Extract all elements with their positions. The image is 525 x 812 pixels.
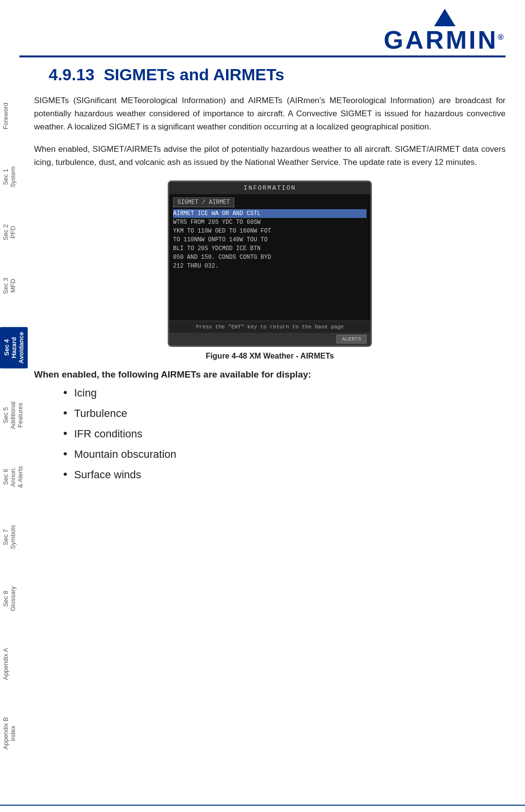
figure-container: INFORMATION SIGMET / AIRMET AIRMET ICE W… xyxy=(34,180,506,361)
sidebar: Foreword Sec 1System Sec 2PFD Sec 3MFD S… xyxy=(0,94,29,812)
figure-caption: Figure 4-48 XM Weather - AIRMETs xyxy=(206,352,334,361)
top-rule xyxy=(19,55,506,57)
sidebar-item-appendixa[interactable]: Appendix A xyxy=(0,644,11,684)
list-item-mountain: Mountain obscuration xyxy=(63,447,506,461)
screen-line-6: 050 AND 150. CONDS CONTG BYD xyxy=(173,253,367,262)
list-item-ifr: IFR conditions xyxy=(63,427,506,440)
screen-line-2: WTRS FROM 20S YDC TO 60SW xyxy=(173,218,367,227)
sidebar-item-sec4[interactable]: Sec 4HazardAvoidance xyxy=(0,327,28,368)
garmin-wordmark: GARMIN® xyxy=(384,27,506,53)
garmin-triangle-icon xyxy=(434,9,455,26)
paragraph-2: When enabled, SIGMET/AIRMETs advise the … xyxy=(34,143,506,169)
sidebar-item-sec6[interactable]: Sec 6Annun.& Alerts xyxy=(0,462,26,492)
main-body: SIGMETs (SIGnificant METeorological Info… xyxy=(29,94,525,812)
alerts-button[interactable]: ALERTS xyxy=(336,335,367,343)
screen-body: SIGMET / AIRMET AIRMET ICE WA OR AND CST… xyxy=(169,194,370,321)
screen-line-4: TO 110NNW ONPTO 140W TOU TO xyxy=(173,235,367,244)
device-screen: INFORMATION SIGMET / AIRMET AIRMET ICE W… xyxy=(168,180,372,347)
garmin-logo: GARMIN® xyxy=(384,9,506,53)
list-item-icing: Icing xyxy=(63,386,506,399)
sidebar-item-sec3[interactable]: Sec 3MFD xyxy=(0,274,18,298)
screen-footer-text: Press the "ENT" key to return to the bas… xyxy=(169,321,370,333)
screen-line-1: AIRMET ICE WA OR AND CSTL xyxy=(173,209,367,218)
paragraph-1: SIGMETs (SIGnificant METeorological Info… xyxy=(34,94,506,134)
sidebar-item-foreword[interactable]: Foreword xyxy=(0,99,11,133)
screen-lines: AIRMET ICE WA OR AND CSTL WTRS FROM 20S … xyxy=(173,209,367,271)
sidebar-item-appendixb[interactable]: Appendix BIndex xyxy=(0,713,18,754)
sidebar-item-sec5[interactable]: Sec 5AdditionalFeatures xyxy=(0,397,26,433)
page-header: GARMIN® xyxy=(0,0,525,53)
sidebar-item-sec2[interactable]: Sec 2PFD xyxy=(0,220,18,244)
screen-bottom-bar: ALERTS xyxy=(169,333,370,345)
list-item-surface-winds: Surface winds xyxy=(63,468,506,481)
airmet-list: Icing Turbulence IFR conditions Mountain… xyxy=(63,386,506,481)
screen-tab: SIGMET / AIRMET xyxy=(173,198,234,207)
sidebar-item-sec8[interactable]: Sec 8Glossary xyxy=(0,582,18,615)
list-item-turbulence: Turbulence xyxy=(63,406,506,420)
screen-line-3: YKM TO 110W OED TO 160NW FOT xyxy=(173,227,367,235)
content-area: Foreword Sec 1System Sec 2PFD Sec 3MFD S… xyxy=(0,94,525,812)
screen-line-5: BLI TO 20S YDCMOD ICE BTN xyxy=(173,244,367,253)
section-title: 4.9.13 SIGMETs and AIRMETs xyxy=(49,65,506,84)
sidebar-item-sec1[interactable]: Sec 1System xyxy=(0,162,18,191)
page-footer: 4-66 Garmin G600 Pilot's Guide 190-00601… xyxy=(0,805,525,812)
sidebar-item-sec7[interactable]: Sec 7Symbols xyxy=(0,521,18,553)
bullet-intro: When enabled, the following AIRMETs are … xyxy=(34,369,506,380)
screen-line-7: 212 THRU 032. xyxy=(173,262,367,271)
screen-header: INFORMATION xyxy=(169,182,370,194)
